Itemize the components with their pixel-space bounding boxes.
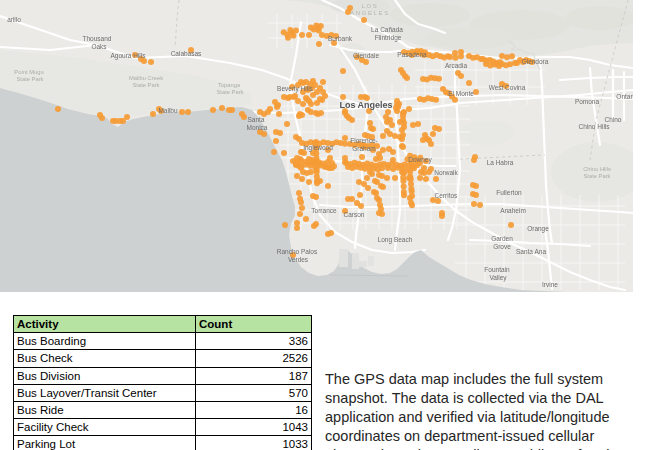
svg-text:Santa Ana: Santa Ana (516, 248, 546, 255)
svg-text:Beverly Hills: Beverly Hills (277, 85, 314, 93)
svg-text:Chino: Chino (605, 116, 622, 123)
svg-text:Carson: Carson (344, 211, 365, 218)
svg-text:La Habra: La Habra (487, 159, 514, 166)
svg-text:Fountain: Fountain (484, 266, 510, 273)
svg-text:Ontario: Ontario (616, 93, 633, 100)
svg-text:Verdes: Verdes (288, 256, 309, 263)
svg-text:Malibu Creek: Malibu Creek (129, 75, 163, 81)
svg-text:Anaheim: Anaheim (500, 207, 526, 214)
svg-text:La Cañada: La Cañada (371, 26, 403, 33)
svg-text:Pomona: Pomona (575, 98, 600, 105)
svg-text:Glendale: Glendale (353, 52, 379, 59)
svg-text:Thousand: Thousand (83, 35, 112, 42)
svg-text:Agoura Hills: Agoura Hills (110, 52, 146, 60)
svg-text:Monica: Monica (247, 124, 268, 131)
svg-text:Long Beach: Long Beach (378, 236, 413, 244)
svg-text:State Park: State Park (583, 173, 610, 179)
svg-text:Cerritos: Cerritos (435, 192, 459, 199)
svg-text:State Park: State Park (16, 76, 43, 82)
svg-text:Los Angeles: Los Angeles (339, 100, 392, 110)
svg-text:Grove: Grove (493, 243, 511, 250)
svg-text:State Park: State Park (216, 89, 243, 95)
svg-text:Burbank: Burbank (328, 35, 353, 42)
svg-text:Orange: Orange (527, 225, 549, 233)
svg-text:Point Mugu: Point Mugu (14, 69, 43, 75)
svg-text:Malibu: Malibu (158, 107, 178, 114)
svg-text:Rancho Palos: Rancho Palos (277, 248, 318, 255)
svg-text:El Monte: El Monte (448, 90, 474, 97)
svg-text:Chino Hills: Chino Hills (578, 123, 610, 130)
svg-text:arillo: arillo (7, 16, 21, 23)
svg-text:Calabasas: Calabasas (171, 50, 202, 57)
svg-text:Irvine: Irvine (542, 281, 558, 288)
svg-text:Pasadena: Pasadena (397, 51, 427, 58)
svg-text:ANGELES: ANGELES (350, 10, 390, 16)
svg-text:Arcadia: Arcadia (445, 62, 467, 69)
svg-text:Inglewood: Inglewood (303, 144, 333, 152)
svg-text:Downey: Downey (408, 156, 432, 164)
svg-text:Norwalk: Norwalk (434, 169, 458, 176)
svg-text:Chino Hills: Chino Hills (583, 166, 611, 172)
svg-text:Florence-: Florence- (350, 137, 377, 144)
svg-text:State Park: State Park (132, 82, 159, 88)
svg-text:Flintridge: Flintridge (375, 34, 402, 42)
svg-text:Oaks: Oaks (91, 43, 107, 50)
svg-text:Santa: Santa (248, 116, 265, 123)
svg-text:LOS: LOS (362, 3, 379, 9)
svg-text:Topanga: Topanga (218, 82, 241, 88)
svg-text:Valley: Valley (489, 274, 507, 282)
svg-text:Torrance: Torrance (311, 207, 337, 214)
svg-text:Graham: Graham (352, 145, 375, 152)
svg-text:West Covina: West Covina (489, 84, 526, 91)
svg-text:Fullerton: Fullerton (496, 189, 522, 196)
svg-text:Glendora: Glendora (522, 58, 549, 65)
svg-text:Garden: Garden (491, 235, 513, 242)
